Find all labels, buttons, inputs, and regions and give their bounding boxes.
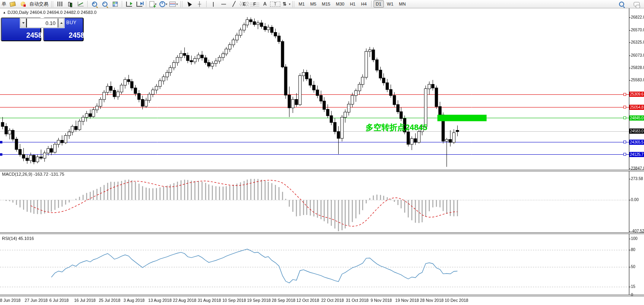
timeframe-h4[interactable]: H4	[358, 0, 369, 8]
autotrading-label: 自动交易	[29, 1, 48, 8]
toolbar-grip[interactable]	[292, 1, 294, 7]
price-tag: 24845.0	[629, 115, 644, 121]
timeframe-m30[interactable]: M30	[334, 0, 347, 8]
arrows-tool-icon: ⇅	[281, 1, 289, 7]
dropdown-caret-icon: ▾	[289, 2, 291, 6]
volume-input[interactable]	[26, 18, 58, 28]
toolbar-separator	[87, 1, 88, 7]
triangle-up-icon	[60, 22, 63, 24]
date-tick-label: 10 Dec 2018	[445, 298, 468, 303]
cursor-icon	[186, 0, 192, 7]
candlestick-chart-button[interactable]	[65, 0, 75, 8]
mt4-window: 单自动交易▾▾▾┼|—╱EFAT⇅▾M1M5M15M30H1H4D1W1MN ▲…	[0, 0, 644, 305]
zoom-out-icon	[102, 2, 107, 7]
search-button[interactable]	[617, 0, 626, 8]
line-chart-button[interactable]	[76, 0, 85, 8]
tile-windows-button[interactable]	[110, 0, 120, 8]
timeframe-mn[interactable]: MN	[397, 0, 408, 8]
timeframe-m15[interactable]: M15	[320, 0, 333, 8]
date-tick-label: 28 Sep 2018	[272, 298, 295, 303]
fibonacci-tool-button[interactable]: F	[250, 0, 259, 8]
chart-annotation-text[interactable]: 多空转折点24845	[366, 122, 427, 133]
price-tag: 25054.8	[629, 105, 644, 110]
cursor-button[interactable]	[184, 0, 194, 8]
vertical-line-tool-icon: |	[209, 1, 217, 7]
timeframe-h1[interactable]: H1	[347, 0, 358, 8]
date-tick-label: 6 Jul 2018	[50, 298, 69, 303]
volume-decrease-button[interactable]	[20, 18, 26, 28]
chart-shift-icon	[136, 2, 142, 7]
toolbar-right	[616, 0, 642, 8]
vertical-line-tool-button[interactable]: |	[209, 0, 218, 8]
new-order-partial-label: 单	[2, 1, 6, 8]
date-tick-label: 25 Jul 2018	[99, 298, 120, 303]
label-tool-icon: T	[270, 2, 280, 7]
periods-icon	[159, 1, 165, 7]
volume-increase-button[interactable]	[58, 18, 64, 28]
label-tool-button[interactable]: T	[270, 0, 280, 8]
date-tick-label: 28 Nov 2018	[420, 298, 444, 303]
autotrading-icon	[21, 2, 25, 6]
auto-scroll-button[interactable]	[124, 0, 134, 8]
timeframe-w1[interactable]: W1	[385, 0, 396, 8]
volume-spinner	[20, 18, 65, 28]
rsi-indicator-label: RSI(14) 45.1016	[2, 236, 34, 241]
date-tick-label: 9 Nov 2018	[371, 298, 392, 303]
indicators-button[interactable]: ▾	[148, 0, 158, 8]
new-order-button[interactable]	[8, 0, 17, 8]
date-tick-label: 22 Oct 2018	[321, 298, 344, 303]
macd-tick-label: 273.58	[631, 176, 643, 181]
toolbar-separator	[206, 1, 207, 7]
rsi-tick-label: 50	[631, 265, 635, 269]
periods-button[interactable]: ▾	[159, 0, 168, 8]
rsi-dates-pane-divider[interactable]	[0, 295, 644, 296]
zoom-in-button[interactable]	[90, 0, 99, 8]
timeframe-d1[interactable]: D1	[374, 0, 384, 8]
price-tick-label: 25583.0	[631, 78, 644, 82]
auto-scroll-icon	[126, 2, 132, 7]
crosshair-button[interactable]: ┼	[195, 0, 204, 8]
toolbar-separator	[146, 1, 146, 7]
channel-tool-icon: E	[240, 2, 249, 6]
ohlc-text: DJ30,Daily 24604.0 24694.0 24482.0 24583…	[8, 10, 96, 15]
text-tool-icon: A	[261, 1, 269, 7]
autotrading-button[interactable]	[18, 0, 28, 8]
toolbar-separator	[371, 1, 372, 7]
candlestick-chart-icon	[68, 2, 73, 7]
dropdown-caret-icon: ▾	[166, 2, 167, 6]
main-macd-pane-divider[interactable]	[0, 170, 644, 171]
macd-rsi-pane-divider[interactable]	[0, 232, 644, 234]
chat-button[interactable]	[632, 0, 641, 8]
chart-ohlc-header: ▲DJ30,Daily 24604.0 24694.0 24482.0 2458…	[3, 10, 96, 15]
toolbar-grip[interactable]	[180, 1, 182, 7]
bar-chart-icon	[58, 2, 62, 6]
trendline-tool-icon: ╱	[230, 1, 238, 7]
horizontal-line-tool-icon: —	[220, 1, 228, 7]
text-tool-button[interactable]: A	[260, 0, 270, 8]
price-tag: 24125.7	[629, 152, 644, 157]
trendline-tool-button[interactable]: ╱	[229, 0, 239, 8]
arrows-tool-button[interactable]: ⇅▾	[281, 0, 290, 8]
chart-shift-button[interactable]	[134, 0, 144, 8]
date-tick-label: 16 Jul 2018	[74, 298, 96, 303]
timeframe-m1[interactable]: M1	[296, 0, 307, 8]
dropdown-caret-icon: ▾	[176, 2, 178, 6]
channel-tool-button[interactable]: E	[240, 0, 249, 8]
price-tick-label: 23847.0	[631, 166, 644, 171]
chart-canvas[interactable]	[0, 0, 644, 305]
fibonacci-tool-icon: F	[250, 2, 259, 6]
templates-button[interactable]: ▾	[169, 0, 178, 8]
price-tag: 24583.0	[629, 129, 644, 134]
toolbar-grip[interactable]	[51, 1, 53, 7]
macd-tick-label: -407.52	[631, 229, 644, 233]
symbol-marker-icon: ▲	[3, 11, 6, 14]
indicators-icon	[150, 1, 154, 7]
horizontal-line-tool-button[interactable]: —	[219, 0, 228, 8]
rsi-tick-label: 100	[631, 236, 638, 241]
date-tick-label: 31 Oct 2018	[346, 298, 368, 303]
bar-chart-button[interactable]	[55, 0, 65, 8]
new-order-icon	[10, 1, 16, 6]
timeframe-m5[interactable]: M5	[308, 0, 318, 8]
zoom-out-button[interactable]	[100, 0, 109, 8]
date-tick-label: 31 Aug 2018	[197, 298, 221, 303]
